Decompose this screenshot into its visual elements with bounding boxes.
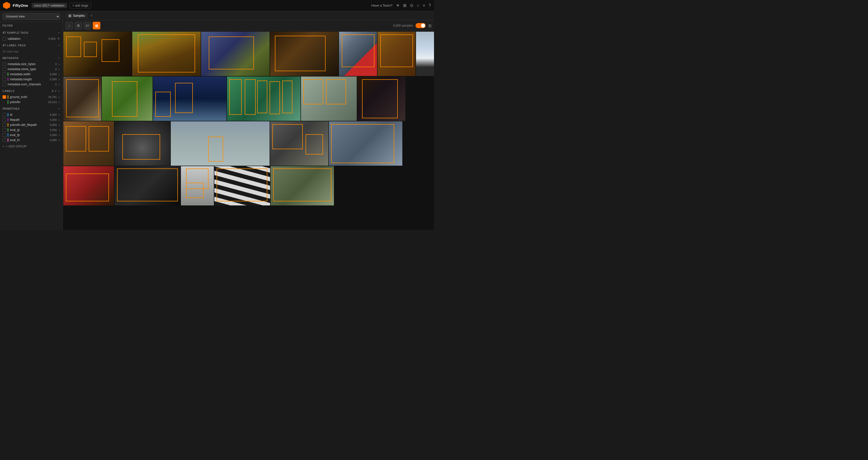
filepath-chevron[interactable]: ∨ [58,119,60,121]
eval-tp-chevron[interactable]: ∨ [58,129,60,131]
grid-cell[interactable] [416,32,434,76]
yolov8n-chevron[interactable]: ∨ [58,101,60,103]
ground-truth-row[interactable]: ground_truth 36,781 ∨ [0,94,63,99]
eval-tp-row[interactable]: eval_tp 5,000 ∨ [0,127,63,132]
metadata-size-chevron[interactable]: ∨ [58,63,60,66]
grid-cell[interactable] [214,166,270,206]
grid-cell[interactable] [339,32,377,76]
ground-truth-checkbox[interactable] [3,95,6,99]
github-icon[interactable]: ⊙ [410,3,413,8]
metadata-channels-chevron[interactable]: ∨ [58,83,60,86]
eval-fp-row[interactable]: eval_fp 5,000 ∨ [0,132,63,137]
help-icon[interactable]: ? [429,3,431,8]
eval-fn-count: 5,000 [50,139,57,142]
metadata-mime-row[interactable]: metadata.mime_type 0 ∨ [0,67,63,72]
grid-cell[interactable] [329,121,402,166]
sample-tags-collapse[interactable]: − [58,31,60,35]
label-tags-collapse[interactable]: − [58,43,60,48]
user-icon[interactable]: ○ [417,3,419,8]
grid-cell[interactable] [357,76,405,121]
primitives-header: PRIMITIVES − [0,104,63,112]
grid-cell[interactable] [227,76,301,121]
add-stage-button[interactable]: + add stage [70,3,91,8]
grid-icon[interactable]: ⊞ [403,3,406,8]
validation-checkbox[interactable] [3,37,6,40]
grid-view-button[interactable]: ▦ [93,22,100,29]
grid-cell[interactable] [63,32,132,76]
bbox-overlay [377,32,415,76]
yolov8n-row[interactable]: yolov8n 26,514 ∨ [0,99,63,104]
grid-cell[interactable] [171,121,270,166]
grid-cell[interactable] [115,121,170,166]
bbox [245,79,256,115]
grid-cell[interactable] [132,32,201,76]
grid-cell[interactable] [270,121,328,166]
bbox-overlay [271,166,334,206]
filepath-checkbox[interactable] [3,118,6,122]
label-tags-header: 🏷 LABEL TAGS − [0,41,63,49]
id-row[interactable]: id 5,000 ∨ [0,112,63,117]
id-checkbox[interactable] [3,113,6,117]
filepath-row[interactable]: filepath 5,000 ∨ [0,117,63,122]
dataset-name[interactable]: coco-2017-validation [32,3,67,8]
settings-button[interactable]: ⚙ [74,22,82,29]
metadata-channels-row[interactable]: metadata.num_channels 0 ∨ [0,82,63,87]
grid-cell[interactable] [270,32,339,76]
grid-cell[interactable] [377,32,415,76]
grid-cell[interactable] [115,166,180,206]
eval-fn-chevron[interactable]: ∨ [58,139,60,142]
grid-cell[interactable] [201,32,270,76]
tab-samples[interactable]: ⊞ Samples [65,13,88,19]
grid-cell[interactable] [301,76,357,121]
validation-eye-icon[interactable]: 👁 [57,37,60,40]
det-filepath-chevron[interactable]: ∨ [58,124,60,126]
grid-layout-icon[interactable]: ⊞ [428,23,431,28]
grid-cell[interactable] [181,166,214,206]
metadata-height-row[interactable]: metadata.height 5,000 ∨ [0,77,63,82]
view-select-wrapper[interactable]: Unsaved view [0,11,63,22]
topbar-right: Have a Team? ☀ ⊞ ⊙ ○ × ? [371,3,431,8]
metadata-width-row[interactable]: metadata.width 5,000 ∨ [0,72,63,77]
grid-cell[interactable] [271,166,334,206]
grid-cell[interactable] [102,76,153,121]
close-icon[interactable]: × [423,3,425,8]
bbox [282,81,292,114]
back-button[interactable]: ‹ [65,22,73,29]
metadata-size-checkbox[interactable] [3,62,6,66]
sun-icon[interactable]: ☀ [396,3,400,8]
metadata-width-chevron[interactable]: ∨ [58,73,60,76]
primitives-collapse[interactable]: − [58,106,60,111]
eval-tp-checkbox[interactable] [3,128,6,132]
add-group-button[interactable]: + + ADD GROUP [0,143,63,150]
grid-row-2 [63,76,433,121]
det-filepath-row[interactable]: yolov8n.det_filepath 5,000 ∨ [0,122,63,127]
eval-fn-checkbox[interactable] [3,138,6,142]
tag-button[interactable]: 🏷 [84,22,91,29]
metadata-height-checkbox[interactable] [3,78,6,81]
bbox [331,124,394,163]
metadata-size-row[interactable]: metadata.size_bytes 0 ∨ [0,62,63,67]
id-chevron[interactable]: ∨ [58,114,60,116]
grid-cell[interactable] [63,121,114,166]
metadata-height-chevron[interactable]: ∨ [58,78,60,81]
ground-truth-count: 36,781 [48,95,57,98]
grid-cell[interactable] [153,76,226,121]
eval-fn-row[interactable]: eval_fn 5,000 ∨ [0,137,63,143]
metadata-mime-checkbox[interactable] [3,67,6,71]
eval-fp-checkbox[interactable] [3,133,6,137]
metadata-mime-chevron[interactable]: ∨ [58,68,60,71]
metadata-channels-checkbox[interactable] [3,83,6,86]
grid-cell[interactable] [63,166,114,206]
ground-truth-chevron[interactable]: ∨ [58,96,60,98]
add-tab-button[interactable]: + [89,13,94,18]
sample-tag-validation[interactable]: validation 5,000 👁 [0,36,63,41]
metadata-width-checkbox[interactable] [3,72,6,76]
metadata-collapse[interactable]: − [58,56,60,60]
view-select[interactable]: Unsaved view [3,13,60,20]
labels-collapse[interactable]: − [58,89,60,93]
samples-tab-label: Samples [73,14,85,18]
det-filepath-checkbox[interactable] [3,123,6,127]
visibility-toggle[interactable] [415,23,426,28]
grid-cell[interactable] [63,76,101,121]
eval-fp-chevron[interactable]: ∨ [58,134,60,136]
